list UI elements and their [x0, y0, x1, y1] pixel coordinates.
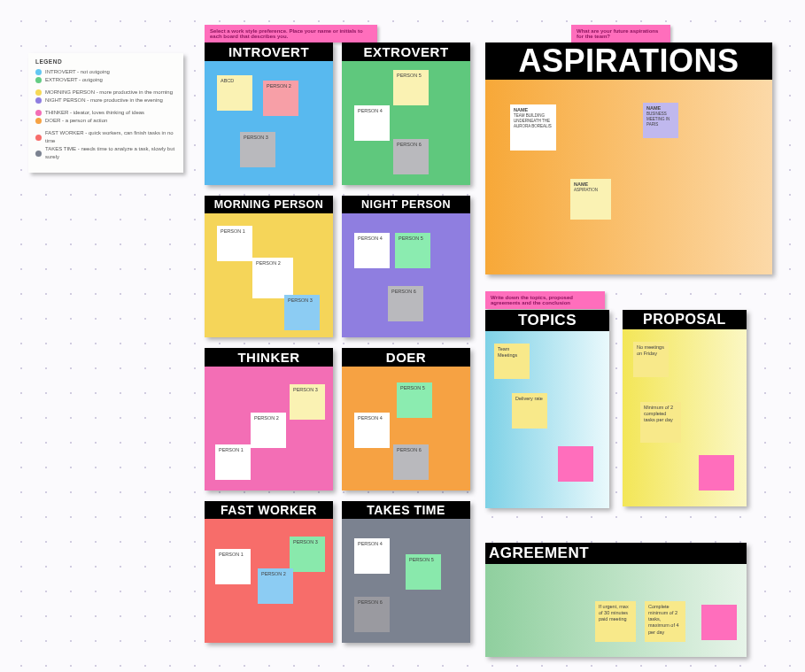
legend-dot-icon: [35, 118, 42, 124]
board-aspirations[interactable]: ASPIRATIONS NAME TEAM BUILDING UNDERNEAT…: [485, 42, 772, 274]
sticky-note[interactable]: PERSON 4: [354, 105, 390, 141]
board-agreement[interactable]: AGREEMENT If urgent, max of 30 minutes p…: [485, 543, 747, 657]
sticky-note[interactable]: [699, 455, 734, 490]
sticky-note[interactable]: PERSON 1: [215, 444, 251, 480]
legend-dot-icon: [35, 110, 42, 116]
sticky-note[interactable]: PERSON 4: [354, 233, 390, 268]
sticky-note[interactable]: PERSON 6: [393, 139, 429, 174]
board-doer[interactable]: DOER PERSON 5 PERSON 4 PERSON 6: [342, 348, 470, 490]
board-extrovert[interactable]: EXTROVERT PERSON 5 PERSON 4 PERSON 6: [342, 42, 470, 185]
board-takes-time[interactable]: TAKES TIME PERSON 4 PERSON 5 PERSON 6: [342, 501, 470, 643]
board-introvert[interactable]: INTROVERT ABCD PERSON 2 PERSON 3: [205, 42, 333, 185]
legend-row: EXTROVERT - outgoing: [35, 76, 176, 84]
board-proposal[interactable]: PROPOSAL No meetings on Friday Minimum o…: [623, 310, 747, 506]
legend-row: NIGHT PERSON - more productive in the ev…: [35, 97, 176, 104]
board-title: DOER: [342, 348, 470, 367]
sticky-note[interactable]: Minimum of 2 completed tasks per day: [640, 402, 681, 443]
legend-dot-icon: [35, 77, 42, 83]
instruction-aspirations: What are your future aspirations for the…: [571, 25, 670, 42]
legend-dot-icon: [35, 151, 42, 157]
legend-row: TAKES TIME - needs time to analyze a tas…: [35, 145, 176, 161]
board-title: INTROVERT: [205, 42, 333, 61]
instruction-agreement: Write down the topics, proposed agreemen…: [485, 291, 605, 309]
board-morning[interactable]: MORNING PERSON PERSON 1 PERSON 2 PERSON …: [205, 196, 333, 337]
sticky-note[interactable]: PERSON 5: [406, 554, 441, 590]
legend-row: MORNING PERSON - more productive in the …: [35, 89, 176, 97]
legend-row: INTROVERT - not outgoing: [35, 68, 176, 76]
legend-row: THINKER - ideator, loves thinking of ide…: [35, 109, 176, 117]
sticky-note[interactable]: PERSON 6: [354, 597, 390, 632]
sticky-note[interactable]: PERSON 4: [354, 538, 390, 574]
board-night[interactable]: NIGHT PERSON PERSON 4 PERSON 5 PERSON 6: [342, 196, 470, 337]
sticky-note[interactable]: PERSON 3: [240, 132, 275, 167]
sticky-note[interactable]: PERSON 3: [290, 384, 325, 420]
board-title: NIGHT PERSON: [342, 196, 470, 213]
sticky-note[interactable]: PERSON 5: [395, 233, 430, 268]
board-title: FAST WORKER: [205, 501, 333, 519]
board-title: PROPOSAL: [623, 310, 747, 329]
sticky-note[interactable]: PERSON 6: [388, 286, 423, 321]
sticky-note[interactable]: PERSON 2: [251, 413, 286, 448]
sticky-note[interactable]: PERSON 2: [258, 568, 293, 604]
sticky-note[interactable]: PERSON 2: [252, 258, 293, 298]
board-title: TOPICS: [485, 310, 609, 331]
sticky-note[interactable]: PERSON 3: [290, 537, 325, 572]
sticky-note[interactable]: PERSON 3: [284, 295, 320, 330]
legend-dot-icon: [35, 69, 42, 75]
legend-row: FAST WORKER - quick workers, can finish …: [35, 129, 176, 145]
board-fast-worker[interactable]: FAST WORKER PERSON 3 PERSON 1 PERSON 2: [205, 501, 333, 643]
board-title: THINKER: [205, 348, 333, 367]
board-title: MORNING PERSON: [205, 196, 333, 213]
sticky-note[interactable]: Team Meetings: [494, 344, 530, 379]
sticky-note[interactable]: ABCD: [217, 75, 252, 111]
board-title: ASPIRATIONS: [485, 42, 772, 80]
sticky-note[interactable]: PERSON 4: [354, 413, 390, 448]
board-thinker[interactable]: THINKER PERSON 3 PERSON 2 PERSON 1: [205, 348, 333, 490]
legend-title: LEGEND: [35, 58, 176, 65]
sticky-note[interactable]: PERSON 5: [397, 382, 432, 418]
sticky-note[interactable]: [558, 446, 593, 482]
sticky-note[interactable]: PERSON 5: [393, 70, 429, 105]
sticky-note[interactable]: If urgent, max of 30 minutes paid meetin…: [595, 601, 636, 642]
sticky-note[interactable]: Complete minimum of 2 tasks, maximum of …: [645, 601, 685, 642]
sticky-note[interactable]: PERSON 2: [263, 81, 298, 116]
sticky-note[interactable]: PERSON 1: [217, 226, 252, 261]
legend-panel: LEGEND INTROVERT - not outgoing EXTROVER…: [28, 53, 183, 173]
sticky-note[interactable]: NAME ASPIRATION: [570, 179, 611, 220]
legend-dot-icon: [35, 135, 42, 141]
legend-dot-icon: [35, 97, 42, 104]
board-topics[interactable]: TOPICS Team Meetings Delivery rate: [485, 310, 609, 508]
sticky-note[interactable]: No meetings on Friday: [633, 342, 669, 377]
sticky-note[interactable]: NAME BUSINESS MEETING IN PARIS: [643, 103, 678, 138]
board-title: TAKES TIME: [342, 501, 470, 519]
board-title: EXTROVERT: [342, 42, 470, 61]
sticky-note[interactable]: PERSON 6: [393, 444, 429, 480]
sticky-note[interactable]: NAME TEAM BUILDING UNDERNEATH THE AURORA…: [510, 104, 556, 151]
sticky-note[interactable]: [701, 605, 737, 640]
sticky-note[interactable]: Delivery rate: [512, 393, 547, 429]
board-title: AGREEMENT: [485, 543, 747, 564]
legend-row: DOER - a person of action: [35, 117, 176, 125]
instruction-prefs: Select a work style preference. Place yo…: [205, 25, 377, 42]
sticky-note[interactable]: PERSON 1: [215, 549, 251, 584]
legend-dot-icon: [35, 89, 42, 96]
